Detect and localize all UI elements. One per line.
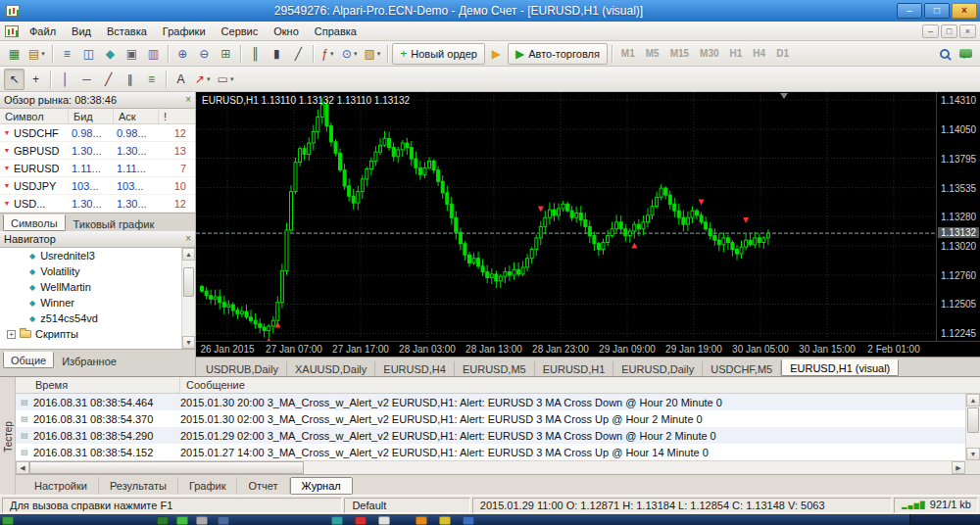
expand-icon[interactable]: + [7, 330, 16, 339]
journal-row[interactable]: ▤2016.08.31 08:38:54.4642015.01.30 20:00… [16, 394, 965, 410]
timeframe-m30-button[interactable]: M30 [695, 44, 723, 64]
journal-message-column-header[interactable]: Сообщение [180, 377, 980, 393]
text-tool-button[interactable]: A [171, 69, 191, 90]
taskbar-icon[interactable] [196, 516, 208, 525]
navigator-scrollbar[interactable]: ▲ ▼ [181, 248, 195, 349]
navigator-close-icon[interactable]: × [185, 234, 191, 244]
strategy-tester-toggle-button[interactable]: ▥ [143, 43, 164, 65]
navigator-toggle-button[interactable]: ◆ [100, 43, 121, 65]
market-watch-row[interactable]: ▼USDCHF0.98...0.98...12 [0, 124, 195, 142]
chart-tab[interactable]: EURUSD,Daily [613, 361, 703, 376]
maximize-button[interactable]: □ [924, 3, 950, 19]
timeframe-m1-button[interactable]: M1 [616, 44, 640, 64]
journal-vertical-scrollbar[interactable]: ▲ ▼ [965, 394, 980, 460]
status-profile[interactable]: Default [344, 498, 469, 513]
mdi-restore-button[interactable]: □ [941, 24, 957, 38]
navigator-item[interactable]: ◆Winner [0, 295, 195, 310]
horizontal-line-tool-button[interactable]: ─ [76, 69, 97, 90]
menu-item[interactable]: Окно [266, 24, 307, 39]
chart-candles-button[interactable]: ▮ [267, 43, 287, 65]
chart-bars-button[interactable]: ║ [245, 43, 266, 65]
market-watch-tab[interactable]: Тиковый график [67, 216, 162, 231]
chart-line-button[interactable]: ╱ [288, 43, 309, 65]
chart-tab[interactable]: EURUSD,M5 [455, 361, 535, 376]
mdi-close-button[interactable]: × [959, 24, 976, 38]
market-watch-row[interactable]: ▼USDJPY103...103...10 [0, 177, 195, 195]
scroll-down-icon[interactable]: ▼ [966, 448, 980, 460]
column-header[interactable]: Бид [69, 109, 114, 123]
market-watch-close-icon[interactable]: × [185, 95, 191, 105]
attach-expert-button[interactable]: ▶ [486, 43, 507, 65]
navigator-tab[interactable]: Общие [3, 352, 54, 368]
timeframe-h4-button[interactable]: H4 [748, 44, 770, 64]
vertical-line-tool-button[interactable]: │ [55, 69, 75, 90]
market-watch-toggle-button[interactable]: ≡ [57, 43, 77, 65]
taskbar-tray[interactable] [909, 514, 980, 525]
new-order-button[interactable]: +Новый ордер [392, 43, 485, 65]
scroll-right-icon[interactable]: ▶ [952, 461, 965, 474]
navigator-tab[interactable]: Избранное [55, 354, 123, 368]
menu-item[interactable]: Файл [22, 24, 64, 39]
market-watch-row[interactable]: ▼EURUSD1.11...1.11...7 [0, 160, 195, 177]
tester-side-strip[interactable]: Тестер [0, 377, 16, 496]
chart-canvas[interactable]: EURUSD,H1 1.13110 1.13132 1.13110 1.1313… [196, 92, 936, 341]
menu-item[interactable]: Графики [155, 24, 214, 39]
taskbar-icon[interactable] [439, 516, 451, 525]
chart-tab[interactable]: USDCHF,M5 [703, 361, 781, 376]
journal-horizontal-scrollbar[interactable]: ◀ ▶ [16, 460, 965, 474]
journal-row[interactable]: ▤2016.08.31 08:38:54.1522015.01.27 14:00… [16, 444, 965, 460]
close-button[interactable]: × [952, 3, 977, 19]
chart-tab[interactable]: EURUSD,H4 [375, 361, 455, 376]
scrollbar-thumb[interactable] [967, 407, 979, 433]
taskbar-icon[interactable] [463, 516, 474, 525]
market-watch-tab[interactable]: Символы [3, 215, 66, 231]
scroll-down-icon[interactable]: ▼ [182, 336, 195, 349]
auto-trading-button[interactable]: ▶Авто-торговля [508, 43, 608, 65]
timeframe-d1-button[interactable]: D1 [771, 44, 794, 64]
arrows-tool-button[interactable]: ↗▾ [192, 69, 214, 90]
menu-item[interactable]: Справка [307, 24, 365, 39]
scroll-up-icon[interactable]: ▲ [966, 394, 980, 406]
os-taskbar[interactable] [0, 514, 980, 525]
cursor-tool-button[interactable]: ↖ [4, 69, 24, 90]
scroll-up-icon[interactable]: ▲ [182, 248, 195, 261]
menu-item[interactable]: Вид [64, 24, 99, 39]
templates-button[interactable]: ▧▾ [361, 43, 383, 65]
chart-tab[interactable]: EURUSD,H1 [535, 361, 614, 376]
mdi-child-icon[interactable] [5, 25, 19, 37]
taskbar-icon[interactable] [218, 516, 229, 525]
mdi-minimize-button[interactable]: – [922, 24, 939, 38]
navigator-item[interactable]: ◆WellMartin [0, 279, 195, 295]
crosshair-tool-button[interactable]: + [25, 69, 46, 90]
journal-time-column-header[interactable]: Время [16, 377, 180, 393]
timeframe-m5-button[interactable]: M5 [641, 44, 664, 64]
taskbar-icon[interactable] [176, 516, 188, 525]
chart-tab[interactable]: EURUSD,H1 (visual) [781, 359, 899, 376]
taskbar-icon[interactable] [378, 516, 390, 525]
menu-item[interactable]: Вставка [99, 24, 155, 39]
timeframe-m15-button[interactable]: M15 [665, 44, 694, 64]
minimize-button[interactable]: – [897, 3, 922, 19]
community-chat-button[interactable] [956, 43, 976, 65]
chart-tab[interactable]: USDRUB,Daily [198, 361, 287, 376]
taskbar-icon[interactable] [331, 516, 343, 525]
scrollbar-thumb[interactable] [29, 461, 304, 474]
navigator-item[interactable]: ◆z514cs54vd [0, 310, 195, 326]
channel-tool-button[interactable]: ∥ [120, 69, 140, 90]
column-header[interactable]: Символ [0, 109, 69, 123]
journal-row[interactable]: ▤2016.08.31 08:38:54.2902015.01.29 02:00… [16, 427, 965, 444]
price-chart[interactable] [196, 92, 936, 341]
column-header[interactable]: ! [159, 109, 195, 123]
periods-button[interactable]: ⊙▾ [339, 43, 361, 65]
price-axis[interactable]: 1.143101.140501.137951.135351.132801.130… [936, 92, 980, 341]
terminal-toggle-button[interactable]: ▣ [122, 43, 142, 65]
menu-item[interactable]: Сервис [214, 24, 267, 39]
tester-tab[interactable]: График [178, 477, 238, 495]
market-watch-row[interactable]: ▼USD...1.30...1.30...12 [0, 195, 195, 213]
scrollbar-thumb[interactable] [183, 267, 194, 297]
journal-row[interactable]: ▤2016.08.31 08:38:54.3702015.01.30 02:00… [16, 410, 965, 427]
tester-tab[interactable]: Настройки [24, 477, 99, 495]
indicators-button[interactable]: ƒ▾ [318, 43, 338, 65]
taskbar-icon[interactable] [355, 516, 367, 525]
data-window-toggle-button[interactable]: ◫ [78, 43, 99, 65]
